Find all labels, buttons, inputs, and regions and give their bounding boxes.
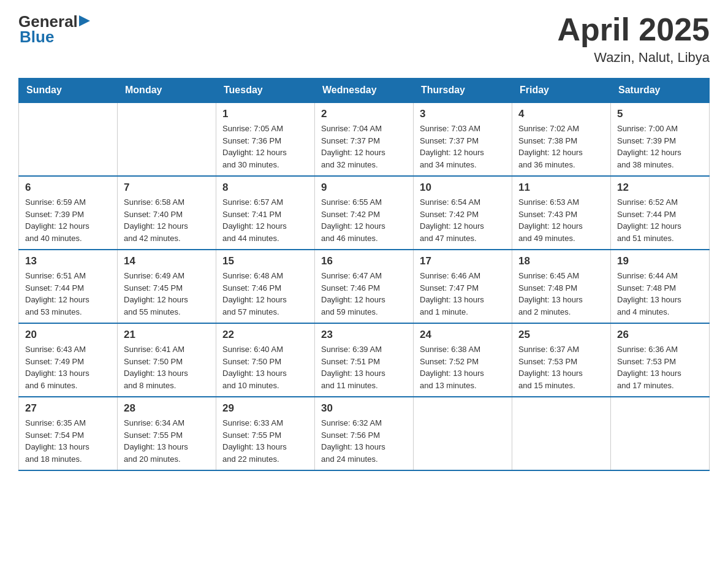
day-info: Sunrise: 6:48 AM Sunset: 7:46 PM Dayligh… bbox=[222, 270, 308, 318]
day-info: Sunrise: 7:02 AM Sunset: 7:38 PM Dayligh… bbox=[518, 123, 604, 170]
calendar-week-row: 20Sunrise: 6:43 AM Sunset: 7:49 PM Dayli… bbox=[19, 323, 710, 397]
day-info: Sunrise: 6:39 AM Sunset: 7:51 PM Dayligh… bbox=[321, 343, 407, 391]
day-info: Sunrise: 6:36 AM Sunset: 7:53 PM Dayligh… bbox=[617, 343, 703, 391]
day-info: Sunrise: 6:44 AM Sunset: 7:48 PM Dayligh… bbox=[617, 270, 703, 318]
header-thursday: Thursday bbox=[414, 79, 512, 103]
header-sunday: Sunday bbox=[19, 79, 118, 103]
day-info: Sunrise: 6:45 AM Sunset: 7:48 PM Dayligh… bbox=[518, 270, 604, 318]
calendar-cell: 22Sunrise: 6:40 AM Sunset: 7:50 PM Dayli… bbox=[216, 323, 315, 397]
calendar-cell: 2Sunrise: 7:04 AM Sunset: 7:37 PM Daylig… bbox=[315, 102, 414, 176]
day-info: Sunrise: 6:41 AM Sunset: 7:50 PM Dayligh… bbox=[124, 343, 210, 391]
calendar-cell: 26Sunrise: 6:36 AM Sunset: 7:53 PM Dayli… bbox=[611, 323, 710, 397]
day-info: Sunrise: 6:32 AM Sunset: 7:56 PM Dayligh… bbox=[321, 417, 407, 465]
calendar-cell bbox=[19, 102, 118, 176]
day-info: Sunrise: 6:54 AM Sunset: 7:42 PM Dayligh… bbox=[420, 196, 506, 244]
header-tuesday: Tuesday bbox=[216, 79, 315, 103]
calendar-cell: 10Sunrise: 6:54 AM Sunset: 7:42 PM Dayli… bbox=[414, 176, 512, 250]
calendar-cell bbox=[414, 397, 512, 470]
day-info: Sunrise: 7:05 AM Sunset: 7:36 PM Dayligh… bbox=[222, 123, 308, 170]
calendar-cell: 11Sunrise: 6:53 AM Sunset: 7:43 PM Dayli… bbox=[512, 176, 611, 250]
day-number: 16 bbox=[321, 255, 407, 267]
day-number: 21 bbox=[124, 329, 210, 341]
day-info: Sunrise: 6:51 AM Sunset: 7:44 PM Dayligh… bbox=[25, 270, 111, 318]
day-number: 12 bbox=[617, 182, 703, 194]
day-number: 17 bbox=[420, 255, 506, 267]
day-number: 1 bbox=[222, 108, 308, 120]
calendar-table: SundayMondayTuesdayWednesdayThursdayFrid… bbox=[18, 78, 710, 471]
day-info: Sunrise: 6:33 AM Sunset: 7:55 PM Dayligh… bbox=[222, 417, 308, 465]
calendar-week-row: 13Sunrise: 6:51 AM Sunset: 7:44 PM Dayli… bbox=[19, 250, 710, 323]
calendar-cell: 12Sunrise: 6:52 AM Sunset: 7:44 PM Dayli… bbox=[611, 176, 710, 250]
day-info: Sunrise: 6:58 AM Sunset: 7:40 PM Dayligh… bbox=[124, 196, 210, 244]
day-info: Sunrise: 6:46 AM Sunset: 7:47 PM Dayligh… bbox=[420, 270, 506, 318]
day-number: 29 bbox=[222, 402, 308, 415]
calendar-cell: 3Sunrise: 7:03 AM Sunset: 7:37 PM Daylig… bbox=[414, 102, 512, 176]
calendar-cell: 20Sunrise: 6:43 AM Sunset: 7:49 PM Dayli… bbox=[19, 323, 118, 397]
day-number: 22 bbox=[222, 329, 308, 341]
day-info: Sunrise: 7:03 AM Sunset: 7:37 PM Dayligh… bbox=[420, 123, 506, 170]
calendar-cell bbox=[118, 102, 216, 176]
calendar-cell: 15Sunrise: 6:48 AM Sunset: 7:46 PM Dayli… bbox=[216, 250, 315, 323]
calendar-cell: 16Sunrise: 6:47 AM Sunset: 7:46 PM Dayli… bbox=[315, 250, 414, 323]
day-info: Sunrise: 6:55 AM Sunset: 7:42 PM Dayligh… bbox=[321, 196, 407, 244]
svg-marker-0 bbox=[79, 15, 90, 26]
calendar-cell: 27Sunrise: 6:35 AM Sunset: 7:54 PM Dayli… bbox=[19, 397, 118, 470]
page-header: General Blue April 2025 Wazin, Nalut, Li… bbox=[18, 12, 710, 66]
calendar-cell: 6Sunrise: 6:59 AM Sunset: 7:39 PM Daylig… bbox=[19, 176, 118, 250]
day-info: Sunrise: 6:40 AM Sunset: 7:50 PM Dayligh… bbox=[222, 343, 308, 391]
day-number: 24 bbox=[420, 329, 506, 341]
month-title: April 2025 bbox=[557, 12, 710, 47]
calendar-cell: 24Sunrise: 6:38 AM Sunset: 7:52 PM Dayli… bbox=[414, 323, 512, 397]
calendar-cell: 8Sunrise: 6:57 AM Sunset: 7:41 PM Daylig… bbox=[216, 176, 315, 250]
day-number: 26 bbox=[617, 329, 703, 341]
calendar-week-row: 27Sunrise: 6:35 AM Sunset: 7:54 PM Dayli… bbox=[19, 397, 710, 470]
logo-flag-icon bbox=[79, 14, 93, 28]
header-friday: Friday bbox=[512, 79, 611, 103]
calendar-cell: 4Sunrise: 7:02 AM Sunset: 7:38 PM Daylig… bbox=[512, 102, 611, 176]
day-info: Sunrise: 6:38 AM Sunset: 7:52 PM Dayligh… bbox=[420, 343, 506, 391]
day-number: 11 bbox=[518, 182, 604, 194]
day-number: 23 bbox=[321, 329, 407, 341]
day-info: Sunrise: 6:57 AM Sunset: 7:41 PM Dayligh… bbox=[222, 196, 308, 244]
day-number: 25 bbox=[518, 329, 604, 341]
day-number: 20 bbox=[25, 329, 111, 341]
day-number: 30 bbox=[321, 402, 407, 415]
calendar-header-row: SundayMondayTuesdayWednesdayThursdayFrid… bbox=[19, 79, 710, 103]
calendar-cell: 1Sunrise: 7:05 AM Sunset: 7:36 PM Daylig… bbox=[216, 102, 315, 176]
day-info: Sunrise: 6:37 AM Sunset: 7:53 PM Dayligh… bbox=[518, 343, 604, 391]
day-number: 15 bbox=[222, 255, 308, 267]
day-number: 2 bbox=[321, 108, 407, 120]
day-info: Sunrise: 6:47 AM Sunset: 7:46 PM Dayligh… bbox=[321, 270, 407, 318]
day-info: Sunrise: 7:00 AM Sunset: 7:39 PM Dayligh… bbox=[617, 123, 703, 170]
calendar-cell: 21Sunrise: 6:41 AM Sunset: 7:50 PM Dayli… bbox=[118, 323, 216, 397]
calendar-cell: 5Sunrise: 7:00 AM Sunset: 7:39 PM Daylig… bbox=[611, 102, 710, 176]
calendar-cell: 13Sunrise: 6:51 AM Sunset: 7:44 PM Dayli… bbox=[19, 250, 118, 323]
logo: General Blue bbox=[18, 12, 93, 47]
calendar-cell: 19Sunrise: 6:44 AM Sunset: 7:48 PM Dayli… bbox=[611, 250, 710, 323]
day-info: Sunrise: 6:53 AM Sunset: 7:43 PM Dayligh… bbox=[518, 196, 604, 244]
calendar-cell bbox=[611, 397, 710, 470]
day-number: 3 bbox=[420, 108, 506, 120]
day-number: 6 bbox=[25, 182, 111, 194]
day-info: Sunrise: 6:35 AM Sunset: 7:54 PM Dayligh… bbox=[25, 417, 111, 465]
calendar-cell: 7Sunrise: 6:58 AM Sunset: 7:40 PM Daylig… bbox=[118, 176, 216, 250]
header-saturday: Saturday bbox=[611, 79, 710, 103]
header-wednesday: Wednesday bbox=[315, 79, 414, 103]
day-info: Sunrise: 6:52 AM Sunset: 7:44 PM Dayligh… bbox=[617, 196, 703, 244]
day-info: Sunrise: 6:49 AM Sunset: 7:45 PM Dayligh… bbox=[124, 270, 210, 318]
day-info: Sunrise: 7:04 AM Sunset: 7:37 PM Dayligh… bbox=[321, 123, 407, 170]
day-number: 28 bbox=[124, 402, 210, 415]
day-number: 18 bbox=[518, 255, 604, 267]
day-number: 8 bbox=[222, 182, 308, 194]
day-info: Sunrise: 6:59 AM Sunset: 7:39 PM Dayligh… bbox=[25, 196, 111, 244]
calendar-cell: 9Sunrise: 6:55 AM Sunset: 7:42 PM Daylig… bbox=[315, 176, 414, 250]
calendar-cell: 25Sunrise: 6:37 AM Sunset: 7:53 PM Dayli… bbox=[512, 323, 611, 397]
calendar-cell: 29Sunrise: 6:33 AM Sunset: 7:55 PM Dayli… bbox=[216, 397, 315, 470]
day-info: Sunrise: 6:34 AM Sunset: 7:55 PM Dayligh… bbox=[124, 417, 210, 465]
day-number: 10 bbox=[420, 182, 506, 194]
logo-blue-text: Blue bbox=[18, 28, 54, 47]
day-number: 7 bbox=[124, 182, 210, 194]
calendar-week-row: 1Sunrise: 7:05 AM Sunset: 7:36 PM Daylig… bbox=[19, 102, 710, 176]
day-number: 5 bbox=[617, 108, 703, 120]
title-block: April 2025 Wazin, Nalut, Libya bbox=[557, 12, 710, 66]
